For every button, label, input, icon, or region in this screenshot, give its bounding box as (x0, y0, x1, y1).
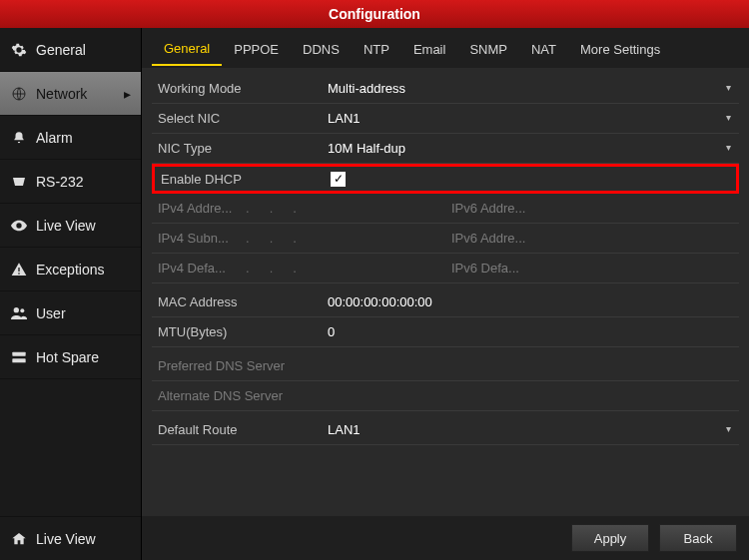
sidebar-item-general[interactable]: General (0, 28, 141, 72)
serial-port-icon (10, 173, 28, 191)
window-title: Configuration (329, 6, 420, 22)
tab-more[interactable]: More Settings (568, 32, 672, 65)
label: IPv4 Addre... (152, 201, 242, 216)
tab-ntp[interactable]: NTP (352, 32, 401, 65)
value: 10M Half-dup (324, 141, 739, 156)
field-default-route[interactable]: Default Route LAN1 (152, 415, 739, 445)
field-select-nic[interactable]: Select NIC LAN1 (152, 104, 739, 134)
field-nic-type[interactable]: NIC Type 10M Half-dup (152, 134, 739, 164)
svg-point-2 (20, 308, 24, 312)
field-enable-dhcp[interactable]: Enable DHCP ✓ (152, 164, 739, 194)
tab-nat[interactable]: NAT (519, 32, 568, 65)
field-ipv6-address-2[interactable]: IPv6 Addre... (445, 224, 739, 253)
sidebar-bottom-label: Live View (36, 531, 96, 547)
row-ipv4-ipv6-gateway: IPv4 Defa... ... IPv6 Defa... (152, 254, 739, 283)
tab-snmp[interactable]: SNMP (457, 32, 519, 65)
warning-icon (10, 261, 28, 279)
eye-icon (10, 217, 28, 235)
field-ipv6-address[interactable]: IPv6 Addre... (445, 194, 739, 223)
value: LAN1 (324, 422, 739, 437)
svg-rect-4 (12, 358, 25, 362)
footer: Apply Back (142, 516, 749, 560)
sidebar: General Network ▸ Alarm RS-232 (0, 28, 142, 560)
sidebar-item-exceptions[interactable]: Exceptions (0, 248, 141, 291)
sidebar-item-label: General (36, 42, 86, 58)
svg-rect-3 (12, 351, 25, 355)
apply-button[interactable]: Apply (571, 524, 649, 552)
svg-point-1 (14, 307, 19, 312)
label: Select NIC (152, 111, 324, 126)
field-dns1[interactable]: Preferred DNS Server (152, 351, 739, 381)
sidebar-bottom-liveview[interactable]: Live View (0, 516, 141, 560)
label: IPv6 Addre... (445, 201, 535, 216)
field-mac: MAC Address 00:00:00:00:00:00 (152, 287, 739, 317)
label: IPv4 Subn... (152, 231, 242, 246)
sidebar-item-label: Hot Spare (36, 349, 99, 365)
titlebar: Configuration (0, 0, 749, 28)
field-ipv4-subnet[interactable]: IPv4 Subn... ... (152, 224, 445, 253)
label: IPv6 Addre... (445, 231, 535, 246)
hotspare-icon (10, 348, 28, 366)
label: Preferred DNS Server (152, 358, 324, 373)
checkbox-icon[interactable]: ✓ (331, 172, 346, 187)
value: 0 (324, 324, 739, 339)
sidebar-item-label: Network (36, 86, 87, 102)
label: Alternate DNS Server (152, 388, 324, 403)
label: Enable DHCP (155, 172, 327, 187)
tabbar: General PPPOE DDNS NTP Email SNMP NAT Mo… (142, 28, 749, 68)
sidebar-item-rs232[interactable]: RS-232 (0, 160, 141, 204)
label: Default Route (152, 422, 324, 437)
home-icon (10, 530, 28, 548)
value: ... (242, 261, 445, 276)
back-button[interactable]: Back (659, 524, 737, 552)
sidebar-item-liveview[interactable]: Live View (0, 204, 141, 248)
label: Working Mode (152, 81, 324, 96)
field-ipv6-gateway[interactable]: IPv6 Defa... (445, 254, 739, 282)
sidebar-item-label: Live View (36, 218, 96, 234)
tab-ddns[interactable]: DDNS (291, 32, 352, 65)
value: Multi-address (324, 81, 739, 96)
user-icon (10, 304, 28, 322)
sidebar-item-label: Alarm (36, 130, 73, 146)
sidebar-item-label: RS-232 (36, 174, 83, 190)
bell-icon (10, 129, 28, 147)
value: LAN1 (324, 111, 739, 126)
form-area: Working Mode Multi-address Select NIC LA… (142, 68, 749, 516)
sidebar-item-label: User (36, 305, 66, 321)
value: ... (242, 201, 445, 216)
tab-pppoe[interactable]: PPPOE (222, 32, 291, 65)
label: IPv6 Defa... (445, 261, 535, 276)
label: MAC Address (152, 294, 324, 309)
sidebar-item-hotspare[interactable]: Hot Spare (0, 335, 141, 379)
field-dns2[interactable]: Alternate DNS Server (152, 381, 739, 411)
label: IPv4 Defa... (152, 261, 242, 276)
field-ipv4-gateway[interactable]: IPv4 Defa... ... (152, 254, 445, 282)
value: 00:00:00:00:00:00 (324, 294, 739, 309)
tab-general[interactable]: General (152, 31, 222, 66)
row-ipv4-ipv6-subnet: IPv4 Subn... ... IPv6 Addre... (152, 224, 739, 254)
label: NIC Type (152, 141, 324, 156)
sidebar-item-network[interactable]: Network ▸ (0, 72, 141, 116)
main-panel: General PPPOE DDNS NTP Email SNMP NAT Mo… (142, 28, 749, 560)
gear-icon (10, 41, 28, 59)
sidebar-item-user[interactable]: User (0, 291, 141, 335)
label: MTU(Bytes) (152, 324, 324, 339)
chevron-right-icon: ▸ (124, 86, 131, 102)
sidebar-item-label: Exceptions (36, 262, 104, 278)
value: ... (242, 231, 445, 246)
network-icon (10, 85, 28, 103)
value: ✓ (327, 171, 736, 187)
field-ipv4-address[interactable]: IPv4 Addre... ... (152, 194, 445, 223)
field-mtu[interactable]: MTU(Bytes) 0 (152, 317, 739, 347)
tab-email[interactable]: Email (401, 32, 458, 65)
sidebar-item-alarm[interactable]: Alarm (0, 116, 141, 160)
row-ipv4-ipv6-addr: IPv4 Addre... ... IPv6 Addre... (152, 194, 739, 224)
field-working-mode[interactable]: Working Mode Multi-address (152, 74, 739, 104)
